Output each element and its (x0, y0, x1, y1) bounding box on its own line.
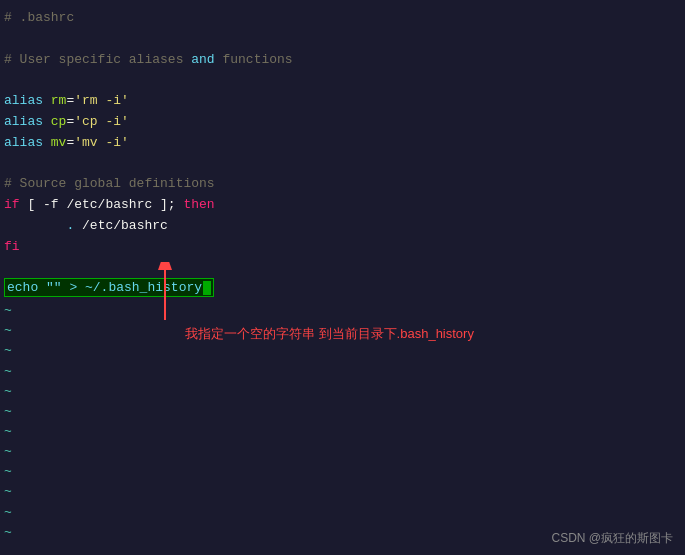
annotation-arrow (145, 262, 185, 322)
empty-line-2 (4, 70, 681, 91)
alias-cp-cmd: alias (4, 114, 51, 129)
alias-rm-cmd: alias (4, 93, 51, 108)
code-content: # .bashrc # User specific aliases and fu… (4, 8, 681, 543)
tilde-6: ~ (4, 402, 681, 422)
tilde-1: ~ (4, 301, 681, 321)
fi-keyword: fi (4, 239, 20, 254)
tilde-11: ~ (4, 503, 681, 523)
tilde-3: ~ (4, 341, 681, 361)
line-echo-cmd: echo "" > ~/.bash_history (4, 278, 681, 299)
tilde-5: ~ (4, 382, 681, 402)
watermark: CSDN @疯狂的斯图卡 (551, 530, 673, 547)
line-bashrc: # .bashrc (4, 8, 681, 29)
line-source-comment: # Source global definitions (4, 174, 681, 195)
comment-user-aliases: # User specific aliases and functions (4, 52, 293, 67)
if-keyword: if (4, 197, 20, 212)
tilde-7: ~ (4, 422, 681, 442)
alias-mv-cmd: alias (4, 135, 51, 150)
line-if: if [ -f /etc/bashrc ]; then (4, 195, 681, 216)
terminal-window: # .bashrc # User specific aliases and fu… (0, 0, 685, 555)
line-alias-rm: alias rm='rm -i' (4, 91, 681, 112)
alias-mv-name: mv (51, 135, 67, 150)
alias-mv-val: 'mv -i' (74, 135, 129, 150)
alias-rm-val: 'rm -i' (74, 93, 129, 108)
line-fi: fi (4, 237, 681, 258)
empty-line-1 (4, 29, 681, 50)
source-path: /etc/bashrc (74, 218, 168, 233)
line-user-aliases-comment: # User specific aliases and functions (4, 50, 681, 71)
comment-source: # Source global definitions (4, 176, 215, 191)
terminal-cursor (203, 281, 211, 295)
tilde-9: ~ (4, 462, 681, 482)
empty-line-4 (4, 258, 681, 279)
tilde-8: ~ (4, 442, 681, 462)
tilde-4: ~ (4, 362, 681, 382)
line-alias-cp: alias cp='cp -i' (4, 112, 681, 133)
line-source: . /etc/bashrc (4, 216, 681, 237)
empty-line-3 (4, 154, 681, 175)
if-condition: [ -f /etc/bashrc ]; (20, 197, 184, 212)
then-keyword: then (183, 197, 214, 212)
alias-cp-name: cp (51, 114, 67, 129)
alias-rm-name: rm (51, 93, 67, 108)
tilde-10: ~ (4, 482, 681, 502)
comment-bashrc: # .bashrc (4, 10, 74, 25)
line-alias-mv: alias mv='mv -i' (4, 133, 681, 154)
alias-cp-val: 'cp -i' (74, 114, 129, 129)
annotation-text: 我指定一个空的字符串 到当前目录下.bash_history (185, 325, 474, 343)
source-indent (4, 218, 66, 233)
